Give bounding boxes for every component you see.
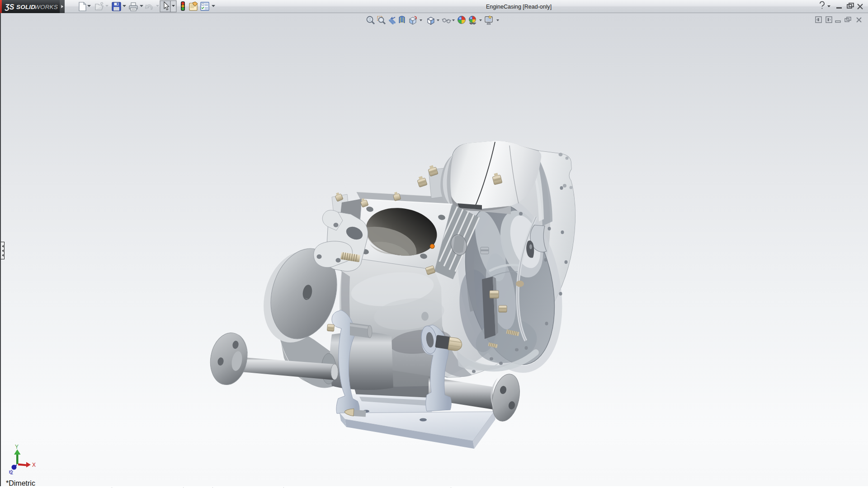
svg-text:X: X bbox=[32, 462, 36, 468]
svg-text:Y: Y bbox=[15, 444, 19, 450]
svg-text:Z: Z bbox=[10, 470, 13, 475]
